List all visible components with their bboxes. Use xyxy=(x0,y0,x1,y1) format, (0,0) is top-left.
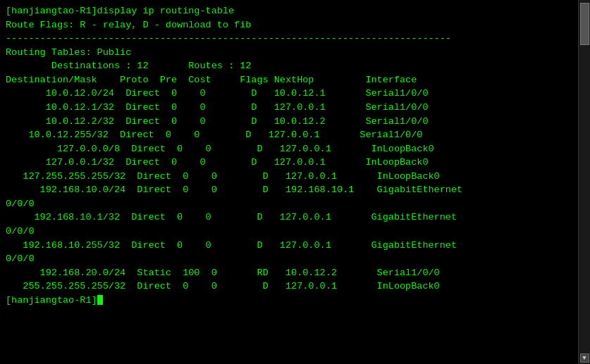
terminal-line: Destination/Mask Proto Pre Cost Flags Ne… xyxy=(6,73,584,87)
terminal-window[interactable]: [hanjiangtao-R1]display ip routing-table… xyxy=(0,0,590,364)
terminal-line: 192.168.10.1/32 Direct 0 0 D 127.0.0.1 G… xyxy=(6,211,584,225)
terminal-line: 192.168.10.255/32 Direct 0 0 D 127.0.0.1… xyxy=(6,239,584,253)
terminal-line: 10.0.12.1/32 Direct 0 0 D 127.0.0.1 Seri… xyxy=(6,101,584,115)
cursor xyxy=(97,295,103,305)
terminal-line: [hanjiangtao-R1]display ip routing-table xyxy=(6,4,584,18)
terminal-line: 127.255.255.255/32 Direct 0 0 D 127.0.0.… xyxy=(6,170,584,184)
terminal-line: Routing Tables: Public xyxy=(6,46,584,60)
terminal-line: 0/0/0 xyxy=(6,197,584,211)
terminal-line: 10.0.12.255/32 Direct 0 0 D 127.0.0.1 Se… xyxy=(6,128,584,142)
terminal-line: 0/0/0 xyxy=(6,225,584,239)
terminal-line: 127.0.0.1/32 Direct 0 0 D 127.0.0.1 InLo… xyxy=(6,156,584,170)
terminal-line: Destinations : 12 Routes : 12 xyxy=(6,59,584,73)
terminal-output: [hanjiangtao-R1]display ip routing-table… xyxy=(6,4,584,307)
terminal-line: Route Flags: R - relay, D - download to … xyxy=(6,18,584,32)
terminal-line: 0/0/0 xyxy=(6,252,584,266)
terminal-line: 255.255.255.255/32 Direct 0 0 D 127.0.0.… xyxy=(6,280,584,294)
scrollbar-thumb[interactable] xyxy=(580,3,589,45)
terminal-line: 192.168.20.0/24 Static 100 0 RD 10.0.12.… xyxy=(6,266,584,280)
terminal-line: 127.0.0.0/8 Direct 0 0 D 127.0.0.1 InLoo… xyxy=(6,142,584,156)
terminal-line: 192.168.10.0/24 Direct 0 0 D 192.168.10.… xyxy=(6,183,584,197)
terminal-line: 10.0.12.0/24 Direct 0 0 D 10.0.12.1 Seri… xyxy=(6,87,584,101)
terminal-line: [hanjiangtao-R1] xyxy=(6,294,584,308)
scrollbar-arrow-down[interactable]: ▼ xyxy=(580,353,589,363)
terminal-line: 10.0.12.2/32 Direct 0 0 D 10.0.12.2 Seri… xyxy=(6,115,584,129)
scrollbar[interactable]: ▼ xyxy=(578,0,590,364)
terminal-line: ----------------------------------------… xyxy=(6,32,584,46)
